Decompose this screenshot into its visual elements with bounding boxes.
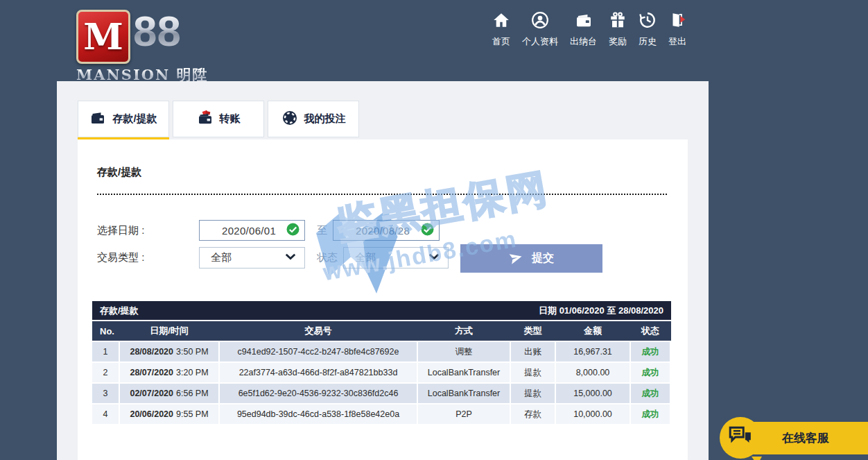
cell-transaction-id: 6e5f1d62-9e20-4536-9232-30c836fd2c46 bbox=[220, 384, 417, 403]
cell-type: 出账 bbox=[511, 342, 555, 361]
cell-transaction-id: c941ed92-1507-4cc2-b247-8bfe4c87692e bbox=[220, 342, 417, 361]
logout-icon bbox=[668, 11, 686, 32]
cell-method: P2P bbox=[418, 404, 510, 424]
column-header: 金额 bbox=[556, 325, 630, 337]
m88-emblem: M bbox=[76, 10, 130, 64]
nav-item-logout[interactable]: 登出 bbox=[668, 11, 686, 48]
section-title: 存款/提款 bbox=[97, 166, 141, 179]
history-icon bbox=[639, 11, 657, 32]
table-row[interactable]: 3 02/07/20206:56 PM 6e5f1d62-9e20-4536-9… bbox=[92, 384, 671, 403]
cell-datetime: 28/08/20203:50 PM bbox=[120, 342, 218, 361]
nav-item-profile[interactable]: 个人资料 bbox=[522, 11, 558, 48]
column-header: 方式 bbox=[418, 325, 510, 337]
cell-method: LocalBankTransfer bbox=[418, 363, 510, 382]
table-row[interactable]: 4 20/06/20209:55 PM 95ed94db-39dc-46cd-a… bbox=[92, 404, 671, 424]
column-header: No. bbox=[92, 326, 119, 337]
send-icon bbox=[509, 250, 523, 267]
cell-status: 成功 bbox=[631, 363, 670, 382]
chat-bubbles-icon bbox=[728, 425, 753, 450]
cell-method: 调整 bbox=[418, 342, 510, 361]
tab-bar: 存款/提款 转账 我的投注 bbox=[78, 101, 359, 137]
table-date-range: 日期 01/06/2020 至 28/08/2020 bbox=[539, 305, 663, 317]
status-select[interactable]: 全部 bbox=[343, 247, 449, 269]
top-nav: 首页 个人资料 出纳台 奖励 历史 登出 bbox=[492, 11, 686, 48]
brand-logo[interactable]: M 88 MANSION 明陞 bbox=[76, 6, 243, 75]
poker-chip-icon bbox=[281, 110, 298, 129]
table-title-bar: 存款/提款 日期 01/06/2020 至 28/08/2020 bbox=[92, 301, 671, 320]
column-header: 类型 bbox=[511, 325, 555, 337]
nav-label: 个人资料 bbox=[522, 35, 558, 48]
nav-item-home[interactable]: 首页 bbox=[492, 11, 510, 48]
cell-amount: 10,000.00 bbox=[556, 404, 630, 424]
status-filter-label: 状态 bbox=[317, 251, 338, 264]
home-icon bbox=[492, 11, 510, 32]
chevron-down-icon bbox=[427, 250, 441, 266]
cell-no: 4 bbox=[92, 404, 119, 424]
nav-label: 登出 bbox=[668, 35, 686, 48]
cell-status: 成功 bbox=[631, 404, 670, 424]
cell-type: 存款 bbox=[511, 404, 555, 424]
column-header: 日期/时间 bbox=[120, 325, 218, 337]
table-row[interactable]: 1 28/08/20203:50 PM c941ed92-1507-4cc2-b… bbox=[92, 342, 671, 361]
transfer-wallet-icon bbox=[197, 110, 214, 129]
submit-button[interactable]: 提交 bbox=[460, 244, 602, 273]
check-circle-icon bbox=[420, 222, 435, 239]
tab-deposit-withdrawal[interactable]: 存款/提款 bbox=[78, 101, 169, 137]
check-circle-icon bbox=[286, 222, 300, 239]
chat-bubble-tail bbox=[752, 457, 762, 460]
date-filter-label: 选择日期 : bbox=[97, 224, 144, 237]
tab-my-bets[interactable]: 我的投注 bbox=[268, 101, 359, 137]
cell-status: 成功 bbox=[631, 384, 670, 403]
column-header: 状态 bbox=[631, 325, 670, 337]
tab-transfer[interactable]: 转账 bbox=[173, 101, 264, 137]
chevron-down-icon bbox=[284, 250, 297, 266]
cashier-wallet-icon bbox=[575, 11, 593, 32]
nav-label: 奖励 bbox=[609, 35, 627, 48]
tab-label: 存款/提款 bbox=[112, 112, 157, 126]
table-header-row: No. 日期/时间 交易号 方式 类型 金额 状态 bbox=[92, 321, 671, 341]
type-select[interactable]: 全部 bbox=[199, 247, 305, 269]
cell-amount: 8,000.00 bbox=[556, 363, 630, 382]
type-filter-label: 交易类型 : bbox=[97, 251, 144, 264]
cell-transaction-id: 22af3774-a63d-466d-8f2f-a847821bb33d bbox=[220, 363, 417, 382]
type-select-value: 全部 bbox=[211, 251, 232, 264]
date-to-input[interactable]: 2020/08/28 bbox=[333, 220, 440, 241]
to-label: 至 bbox=[317, 224, 327, 237]
tab-label: 转账 bbox=[220, 112, 241, 126]
nav-item-rewards[interactable]: 奖励 bbox=[609, 11, 627, 48]
nav-label: 历史 bbox=[639, 35, 657, 48]
profile-icon bbox=[531, 11, 549, 32]
cell-transaction-id: 95ed94db-39dc-46cd-a538-1f8e58e42e0a bbox=[220, 404, 417, 424]
column-header: 交易号 bbox=[220, 325, 417, 337]
table-row[interactable]: 2 28/07/20203:20 PM 22af3774-a63d-466d-8… bbox=[92, 363, 671, 382]
cell-amount: 15,000.00 bbox=[556, 384, 630, 403]
date-from-value: 2020/06/01 bbox=[222, 225, 276, 237]
cell-datetime: 20/06/20209:55 PM bbox=[120, 404, 218, 424]
content-area: 存款/提款 转账 我的投注 存款/提款 选择日期 : 2020/06/01 至 … bbox=[57, 81, 709, 460]
wallet-icon bbox=[89, 110, 106, 129]
emblem-letter: M bbox=[83, 19, 123, 55]
cell-datetime: 28/07/20203:20 PM bbox=[120, 363, 218, 382]
cell-type: 提款 bbox=[511, 363, 555, 382]
nav-label: 首页 bbox=[492, 35, 510, 48]
submit-label: 提交 bbox=[532, 251, 554, 266]
nav-item-history[interactable]: 历史 bbox=[639, 11, 657, 48]
table-title: 存款/提款 bbox=[100, 305, 139, 317]
transactions-table: 存款/提款 日期 01/06/2020 至 28/08/2020 No. 日期/… bbox=[92, 301, 671, 424]
cell-no: 2 bbox=[92, 363, 119, 382]
cell-no: 3 bbox=[92, 384, 119, 403]
chat-icon-button[interactable] bbox=[720, 417, 761, 459]
cell-datetime: 02/07/20206:56 PM bbox=[120, 384, 218, 403]
nav-item-cashier[interactable]: 出纳台 bbox=[570, 11, 597, 48]
status-select-value: 全部 bbox=[355, 251, 376, 264]
gift-icon bbox=[609, 11, 627, 32]
cell-method: LocalBankTransfer bbox=[418, 384, 510, 403]
date-to-value: 2020/08/28 bbox=[356, 225, 410, 237]
dotted-divider bbox=[97, 194, 667, 195]
cell-no: 1 bbox=[92, 342, 119, 361]
nav-label: 出纳台 bbox=[570, 35, 597, 48]
cell-type: 提款 bbox=[511, 384, 555, 403]
main-panel: 存款/提款 选择日期 : 2020/06/01 至 2020/08/28 交易类… bbox=[78, 139, 688, 460]
tab-label: 我的投注 bbox=[304, 112, 346, 126]
date-from-input[interactable]: 2020/06/01 bbox=[199, 220, 305, 241]
